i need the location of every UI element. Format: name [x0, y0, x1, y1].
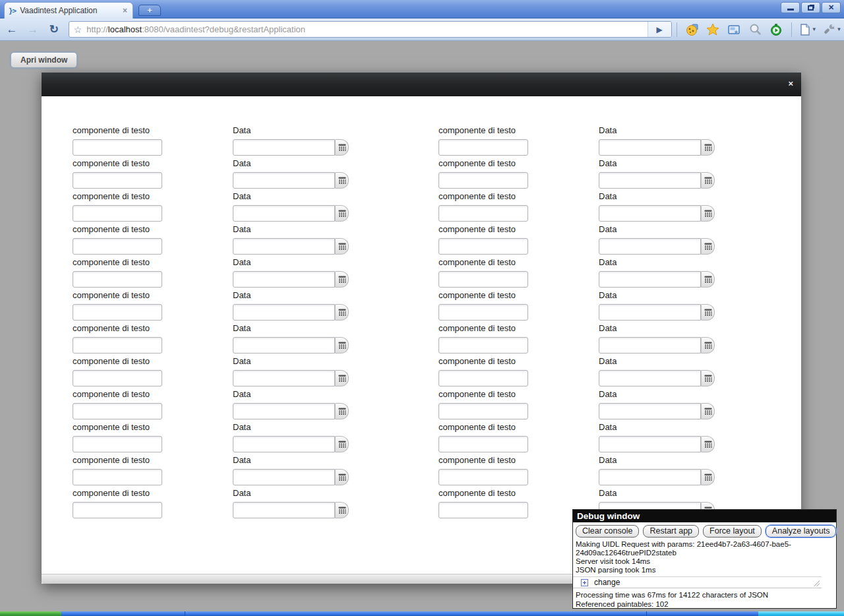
- date-input[interactable]: [233, 403, 335, 419]
- reload-button[interactable]: ↻: [45, 21, 63, 38]
- date-input[interactable]: [599, 139, 701, 156]
- date-picker-button[interactable]: [335, 238, 349, 255]
- date-input[interactable]: [233, 502, 335, 518]
- date-input[interactable]: [599, 304, 701, 321]
- date-picker-button[interactable]: [335, 370, 349, 386]
- date-input[interactable]: [233, 172, 335, 189]
- text-input[interactable]: [73, 205, 162, 222]
- date-picker-button[interactable]: [335, 403, 349, 419]
- text-input[interactable]: [438, 238, 528, 255]
- tools-menu-button[interactable]: ▼: [822, 22, 842, 38]
- text-input[interactable]: [73, 271, 162, 288]
- date-picker-button[interactable]: [335, 502, 349, 518]
- date-input[interactable]: [599, 370, 701, 386]
- go-button[interactable]: ▶: [648, 21, 671, 38]
- windows-taskbar[interactable]: [0, 611, 844, 616]
- date-input[interactable]: [599, 436, 701, 452]
- debug-button[interactable]: Force layout: [703, 525, 762, 538]
- back-button[interactable]: ←: [3, 21, 21, 38]
- text-input[interactable]: [73, 502, 162, 518]
- close-button[interactable]: ✕: [822, 2, 841, 13]
- date-input[interactable]: [599, 238, 701, 255]
- debug-button[interactable]: Analyze layouts: [766, 525, 837, 538]
- date-input[interactable]: [599, 469, 701, 485]
- extension-bookmark-button[interactable]: [706, 22, 721, 37]
- text-input[interactable]: [438, 304, 528, 321]
- text-input[interactable]: [73, 469, 162, 485]
- text-input[interactable]: [438, 337, 528, 354]
- debug-button[interactable]: Clear console: [576, 525, 639, 538]
- date-input[interactable]: [233, 139, 335, 156]
- date-input[interactable]: [233, 271, 335, 288]
- date-picker-button[interactable]: [701, 238, 715, 255]
- date-input[interactable]: [233, 436, 335, 452]
- text-input[interactable]: [73, 238, 162, 255]
- date-input[interactable]: [233, 337, 335, 354]
- date-picker-button[interactable]: [701, 205, 715, 222]
- date-picker-button[interactable]: [701, 337, 715, 354]
- date-input[interactable]: [599, 337, 701, 354]
- debug-button[interactable]: Restart app: [643, 525, 699, 538]
- extension-screenshot-button[interactable]: [727, 22, 741, 37]
- date-input[interactable]: [233, 238, 335, 255]
- start-button[interactable]: [0, 611, 61, 616]
- text-input[interactable]: [438, 139, 528, 156]
- text-input[interactable]: [438, 370, 528, 386]
- text-input[interactable]: [438, 502, 528, 518]
- date-picker-button[interactable]: [701, 271, 715, 288]
- date-picker-button[interactable]: [701, 469, 715, 485]
- date-picker-button[interactable]: [335, 436, 349, 452]
- new-tab-button[interactable]: +: [138, 5, 161, 16]
- date-input[interactable]: [599, 403, 701, 419]
- date-input[interactable]: [599, 271, 701, 288]
- date-input[interactable]: [599, 172, 701, 189]
- text-input[interactable]: [73, 436, 162, 452]
- date-picker-button[interactable]: [701, 403, 715, 419]
- expand-plus-icon[interactable]: [581, 579, 588, 586]
- date-picker-button[interactable]: [335, 205, 349, 222]
- page-menu-button[interactable]: ▼: [799, 22, 818, 38]
- date-input[interactable]: [233, 370, 335, 386]
- browser-tab[interactable]: }> Vaadintest Application ×: [4, 2, 133, 18]
- bookmark-star-icon[interactable]: ☆: [69, 24, 87, 35]
- text-input[interactable]: [438, 172, 528, 189]
- text-input[interactable]: [73, 370, 162, 386]
- date-picker-button[interactable]: [335, 271, 349, 288]
- address-bar[interactable]: ☆ http://localhost:8080/vaadintest?debug…: [69, 21, 672, 38]
- modal-close-icon[interactable]: ×: [788, 79, 793, 88]
- text-input[interactable]: [438, 271, 528, 288]
- extension-search-button[interactable]: [748, 22, 762, 37]
- text-input[interactable]: [73, 337, 162, 354]
- text-input[interactable]: [438, 403, 528, 419]
- text-input[interactable]: [73, 172, 162, 189]
- text-input[interactable]: [438, 436, 528, 452]
- date-picker-button[interactable]: [335, 469, 349, 485]
- date-input[interactable]: [233, 469, 335, 485]
- date-picker-button[interactable]: [335, 304, 349, 321]
- url-text[interactable]: http://localhost:8080/vaadintest?debug&r…: [86, 24, 647, 34]
- date-picker-button[interactable]: [335, 139, 349, 156]
- date-input[interactable]: [233, 205, 335, 222]
- text-input[interactable]: [73, 304, 162, 321]
- forward-button[interactable]: →: [24, 21, 42, 38]
- text-input[interactable]: [73, 403, 162, 419]
- date-picker-button[interactable]: [335, 337, 349, 354]
- resize-grip-icon[interactable]: [813, 580, 820, 586]
- open-window-button[interactable]: Apri window: [11, 52, 77, 68]
- debug-window-title[interactable]: Debug window: [573, 510, 836, 522]
- date-picker-button[interactable]: [335, 172, 349, 189]
- date-picker-button[interactable]: [701, 172, 715, 189]
- minimize-button[interactable]: [781, 2, 800, 13]
- restore-button[interactable]: [801, 2, 820, 13]
- date-picker-button[interactable]: [701, 436, 715, 452]
- date-input[interactable]: [233, 304, 335, 321]
- tab-close-icon[interactable]: ×: [121, 6, 129, 15]
- text-input[interactable]: [73, 139, 162, 156]
- text-input[interactable]: [438, 469, 528, 485]
- debug-change-row[interactable]: change: [573, 576, 822, 588]
- date-picker-button[interactable]: [701, 139, 715, 156]
- taskbar-active-task[interactable]: [758, 611, 844, 616]
- modal-header[interactable]: ×: [42, 73, 801, 96]
- date-picker-button[interactable]: [701, 370, 715, 386]
- text-input[interactable]: [438, 205, 528, 222]
